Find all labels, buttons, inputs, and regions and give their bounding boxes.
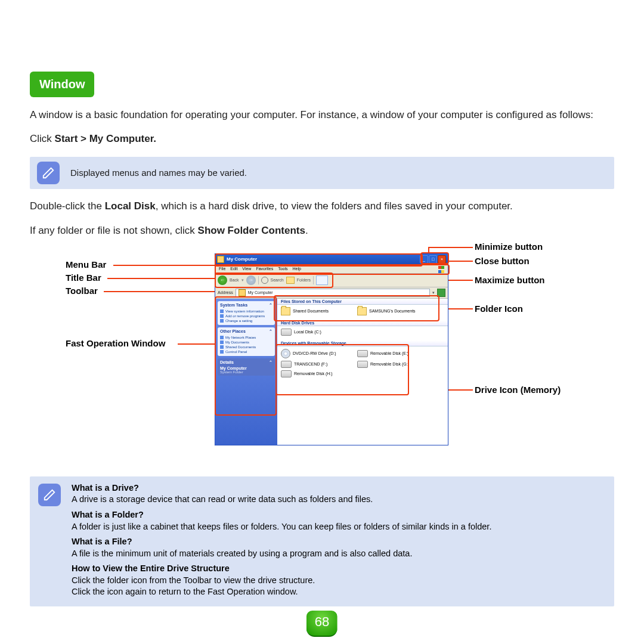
leader-min	[428, 247, 473, 248]
instruction-line: Click Start > My Computer.	[30, 133, 614, 145]
label-folder-icon: Folder Icon	[475, 304, 523, 314]
pencil-note-icon	[38, 484, 61, 506]
a-folder: A folder is just like a cabinet that kee…	[72, 521, 491, 533]
a-drive: A drive is a storage device that can rea…	[72, 494, 491, 506]
leader-menu-bar	[113, 265, 215, 266]
section-title-badge: Window	[30, 72, 94, 97]
q-file: What is a File?	[72, 536, 491, 548]
label-menu-bar: Menu Bar	[66, 259, 106, 270]
disk-icon	[281, 329, 292, 336]
hl-toolbar	[215, 273, 333, 288]
leader-toolbar	[104, 291, 215, 292]
a-structure-2: Click the icon again to return to the Fa…	[72, 586, 491, 598]
instruction-prefix: Click	[30, 133, 55, 144]
leader-fast-op	[178, 343, 215, 345]
label-close: Close button	[475, 256, 530, 266]
label-maximize: Maximize button	[475, 275, 545, 285]
label-toolbar: Toolbar	[66, 286, 98, 296]
hl-drives	[275, 344, 409, 395]
show-folder-line: If any folder or file is not shown, clic…	[30, 224, 614, 239]
definitions-box: What is a Drive? A drive is a storage de…	[30, 476, 614, 606]
address-label: Address	[218, 290, 233, 295]
hl-folder-icons	[274, 295, 439, 321]
address-icon	[239, 289, 246, 296]
note-box-varied: Displayed menus and names may be varied.	[30, 157, 614, 189]
page-number: 68	[306, 611, 338, 637]
label-title-bar: Title Bar	[66, 273, 101, 283]
double-click-line: Double-click the Local Disk, which is a …	[30, 199, 614, 214]
hl-fast-op	[215, 296, 277, 416]
q-drive: What is a Drive?	[72, 482, 491, 494]
a-structure-1: Click the folder icon from the Toolbar t…	[72, 575, 491, 587]
label-fast-op: Fast Operation Window	[66, 338, 165, 348]
q-structure: How to View the Entire Drive Structure	[72, 563, 491, 575]
leader-title-bar	[107, 278, 215, 279]
leader-close	[445, 261, 473, 262]
q-folder: What is a Folder?	[72, 509, 491, 521]
drive-item[interactable]: Local Disk (C:)	[281, 329, 352, 336]
instruction-bold: Start > My Computer.	[55, 133, 157, 144]
hl-window-buttons	[420, 252, 449, 264]
intro-text: A window is a basic foundation for opera…	[30, 108, 614, 123]
pencil-note-icon	[37, 162, 60, 184]
label-drive-icon: Drive Icon (Memory)	[475, 385, 561, 395]
note-text: Displayed menus and names may be varied.	[70, 168, 247, 178]
window-anatomy-diagram: Menu Bar Title Bar Toolbar Fast Operatio…	[30, 249, 614, 463]
label-minimize: Minimize button	[475, 242, 543, 252]
a-file: A file is the minimum unit of materials …	[72, 548, 491, 560]
